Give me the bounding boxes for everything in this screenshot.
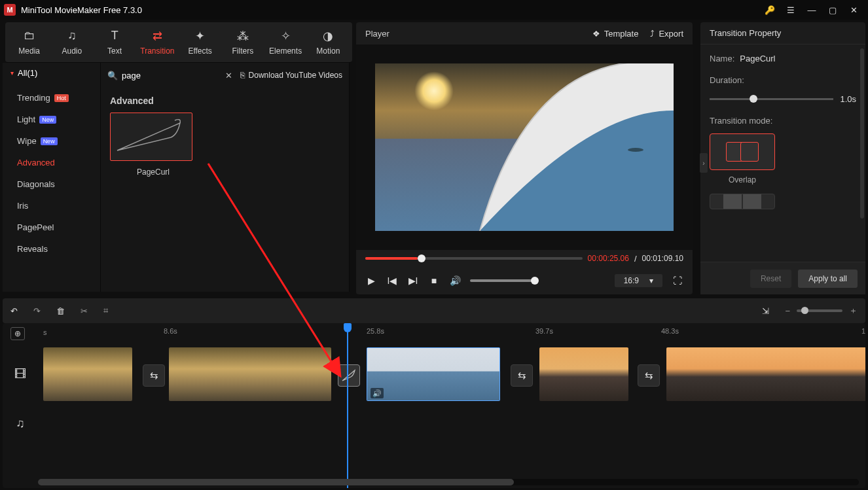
aspect-ratio-select[interactable]: 16:9▾	[615, 274, 662, 287]
playhead[interactable]	[347, 323, 348, 488]
transition-slot[interactable]: ⇆	[143, 364, 165, 387]
pagecurl-thumb-icon	[112, 115, 190, 158]
player-title: Player	[365, 29, 389, 39]
time-current: 00:00:25.06	[588, 254, 629, 263]
search-input[interactable]	[122, 71, 187, 80]
stop-button[interactable]: ■	[428, 275, 440, 286]
tab-audio[interactable]: ♫Audio	[50, 22, 93, 62]
volume-slider[interactable]	[470, 279, 535, 282]
category-sidebar: All(1) TrendingHot LightNew WipeNew Adva…	[3, 63, 101, 292]
duration-value: 1.0s	[840, 94, 856, 104]
tab-elements[interactable]: ✧Elements	[264, 22, 307, 62]
split-button[interactable]: ✂	[81, 306, 88, 316]
download-youtube-link[interactable]: ⎘Download YouTube Videos	[240, 71, 342, 80]
search-icon: 🔍	[107, 71, 118, 80]
ruler-tick: 39.7s	[535, 327, 553, 335]
tab-label: Transition	[140, 46, 174, 56]
tab-motion[interactable]: ◑Motion	[307, 22, 350, 62]
clip-2[interactable]	[169, 347, 331, 401]
clip-audio-icon: 🔊	[371, 388, 384, 398]
zoom-in-button[interactable]: ＋	[849, 305, 858, 317]
clip-3[interactable]: 🔊	[367, 347, 500, 401]
tab-media[interactable]: 🗀Media	[8, 22, 50, 62]
property-panel-title: Transition Property	[700, 22, 865, 44]
text-icon: T	[111, 29, 118, 43]
player-progress[interactable]	[365, 257, 583, 260]
new-badge: New	[41, 137, 58, 145]
tab-effects[interactable]: ✦Effects	[179, 22, 221, 62]
ruler-tick: 48.3s	[661, 327, 679, 335]
time-total: 00:01:09.10	[642, 254, 683, 263]
ruler-tick: 1.	[861, 327, 865, 335]
export-button[interactable]: ⤴Export	[650, 29, 683, 39]
new-badge: New	[39, 116, 56, 124]
play-button[interactable]: ▶	[365, 275, 377, 286]
prop-name-label: Name:	[710, 54, 734, 63]
timeline-fit-button[interactable]: ⇲	[762, 306, 769, 316]
transition-property-panel: › Transition Property Name:PageCurl Dura…	[700, 22, 865, 294]
mode-overlap-option[interactable]	[710, 133, 775, 170]
template-button[interactable]: ❖Template	[592, 29, 639, 39]
transition-thumb-pagecurl[interactable]: PageCurl	[110, 113, 196, 177]
category-advanced[interactable]: Advanced	[17, 152, 100, 173]
tab-label: Filters	[232, 46, 254, 56]
transition-slot-applied[interactable]	[338, 364, 360, 387]
search-box[interactable]: 🔍	[107, 71, 217, 80]
video-track-row: 🎞 ⇆ 🔊 ⇆ ⇆	[3, 343, 865, 406]
main-tabs: 🗀Media ♫Audio TText ⇄Transition ✦Effects…	[5, 22, 352, 63]
category-reveals[interactable]: Reveals	[17, 238, 100, 260]
zoom-slider[interactable]	[797, 309, 842, 312]
category-diagonals[interactable]: Diagonals	[17, 173, 100, 195]
tab-transition[interactable]: ⇄Transition	[136, 22, 179, 62]
tab-text[interactable]: TText	[94, 22, 136, 62]
prop-duration-label: Duration:	[710, 75, 856, 85]
minimize-button[interactable]: —	[801, 0, 822, 20]
delete-button[interactable]: 🗑	[56, 306, 65, 316]
clip-1[interactable]	[43, 347, 132, 401]
hot-badge: Hot	[54, 94, 69, 102]
transition-thumb-label: PageCurl	[110, 161, 196, 177]
crop-button[interactable]: ⌗	[103, 306, 108, 316]
timeline-ruler[interactable]: ⊕ s 8.6s 25.8s 39.7s 48.3s 1.	[3, 323, 865, 343]
next-frame-button[interactable]: ▶I	[407, 275, 419, 286]
add-track-button[interactable]: ⊕	[10, 327, 25, 340]
category-all[interactable]: All(1)	[3, 63, 100, 83]
prop-mode-label: Transition mode:	[710, 116, 856, 126]
zoom-out-button[interactable]: −	[785, 306, 790, 316]
tab-filters[interactable]: ⁂Filters	[221, 22, 264, 62]
filters-icon: ⁂	[237, 29, 249, 43]
transition-slot[interactable]: ⇆	[511, 364, 533, 387]
maximize-button[interactable]: ▢	[822, 0, 843, 20]
category-light[interactable]: LightNew	[17, 109, 100, 130]
mode-second-option[interactable]	[710, 194, 775, 209]
category-trending[interactable]: TrendingHot	[17, 87, 100, 109]
redo-button[interactable]: ↷	[33, 306, 41, 316]
tab-label: Effects	[188, 46, 211, 56]
license-key-icon[interactable]: 🔑	[759, 0, 780, 20]
category-pagepeel[interactable]: PagePeel	[17, 217, 100, 238]
transition-icon: ⇄	[153, 29, 162, 43]
elements-icon: ✧	[281, 29, 291, 43]
close-button[interactable]: ✕	[843, 0, 864, 20]
clip-5[interactable]	[666, 347, 865, 401]
export-icon: ⤴	[650, 29, 655, 39]
hamburger-menu-icon[interactable]: ☰	[780, 0, 801, 20]
category-wipe[interactable]: WipeNew	[17, 130, 100, 152]
clear-search-button[interactable]: ✕	[223, 71, 235, 80]
volume-icon[interactable]: 🔊	[449, 275, 461, 286]
duration-slider[interactable]	[710, 98, 833, 100]
apply-to-all-button[interactable]: Apply to all	[798, 270, 858, 288]
category-iris[interactable]: Iris	[17, 195, 100, 217]
clip-4[interactable]	[539, 347, 628, 401]
audio-track-row: ♫	[3, 406, 865, 441]
app-title: MiniTool MovieMaker Free 7.3.0	[21, 5, 142, 15]
fullscreen-button[interactable]: ⛶	[672, 275, 683, 286]
player-preview	[375, 63, 674, 231]
music-note-icon: ♫	[67, 29, 77, 43]
transition-slot[interactable]: ⇆	[638, 364, 660, 387]
tab-label: Elements	[269, 46, 302, 56]
prev-frame-button[interactable]: I◀	[386, 275, 398, 286]
reset-button[interactable]: Reset	[750, 270, 791, 288]
timeline-h-scrollbar[interactable]	[38, 479, 859, 485]
undo-button[interactable]: ↶	[10, 306, 18, 316]
